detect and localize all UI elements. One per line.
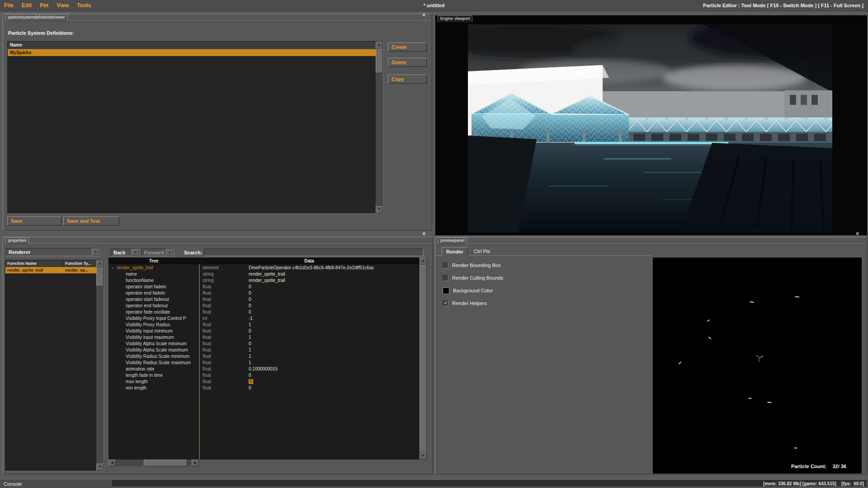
tree-row-value[interactable]: 0 xyxy=(247,284,420,289)
tree-row-value[interactable]: 1 xyxy=(247,322,420,327)
preview-panel-tab[interactable]: previewpanel xyxy=(438,237,467,244)
scrollbar-thumb[interactable] xyxy=(144,460,187,466)
name-column-header[interactable]: Name xyxy=(8,42,376,49)
tree-row[interactable]: operator end fadeinfloat0 xyxy=(108,290,420,296)
tree-row[interactable]: namestringrender_sprite_trail xyxy=(108,271,420,277)
tree-row-value[interactable]: 0 xyxy=(247,297,420,302)
color-swatch[interactable] xyxy=(443,287,449,294)
tree-row-value[interactable]: -1 xyxy=(247,316,420,321)
scroll-up-icon[interactable]: ▲ xyxy=(96,260,104,267)
tree-row-value[interactable]: 0 xyxy=(247,310,420,314)
tree-row-value[interactable]: DmeParticleOperator c4b1d1e3-86c9-4fb8-8… xyxy=(247,265,420,270)
menu-view[interactable]: View xyxy=(52,2,73,9)
tree-row[interactable]: Visibility Proxy Radiusfloat1 xyxy=(108,321,420,328)
tree-column-header[interactable]: Tree xyxy=(108,258,199,264)
function-table-scrollbar[interactable]: ▲ ▼ xyxy=(96,260,104,471)
tree-row-value[interactable]: 0 xyxy=(247,341,420,346)
tree-row[interactable]: min lengthfloat0 xyxy=(108,385,420,391)
tree-row[interactable]: Visibility Proxy Input Control Pint-1 xyxy=(108,315,420,321)
collapse-icon[interactable]: - xyxy=(112,265,117,270)
tree-row-value[interactable]: render_sprite_trail xyxy=(247,272,420,277)
tree-row-value[interactable]: 1 xyxy=(247,360,420,365)
function-row[interactable]: render_sprite_trailrender_sp... xyxy=(5,267,96,273)
scroll-right-icon[interactable]: ▶ xyxy=(192,460,199,466)
tree-row-value[interactable]: 0 xyxy=(247,291,420,296)
scroll-up-icon[interactable]: ▲ xyxy=(376,42,383,49)
tab-render[interactable]: Render xyxy=(442,247,468,257)
menu-pet[interactable]: Pet xyxy=(36,2,52,9)
tree-row-value[interactable]: 0 xyxy=(247,328,420,333)
scroll-down-icon[interactable]: ▼ xyxy=(376,206,383,213)
tree-row-value[interactable]: render_sprite_trail xyxy=(247,278,420,283)
checkbox[interactable] xyxy=(443,263,448,268)
render-option[interactable]: Render Culling Bounds xyxy=(443,274,503,282)
browser-close-button[interactable]: ✕ xyxy=(422,12,426,18)
renderer-dropdown[interactable]: Renderer ▼ xyxy=(6,248,100,256)
tree-row[interactable]: -render_sprite_trailelementDmeParticleOp… xyxy=(108,264,420,271)
scrollbar-thumb[interactable] xyxy=(96,267,104,286)
tree-row-value[interactable]: 1 xyxy=(247,347,420,352)
tree-row[interactable]: operator fade oscillatefloat0 xyxy=(108,309,420,315)
forward-dropdown-arrow-icon[interactable]: ▼ xyxy=(166,249,174,256)
scroll-down-icon[interactable]: ▼ xyxy=(96,464,104,471)
tree-row[interactable]: operator start fadeinfloat0 xyxy=(108,283,420,290)
tree-row-value[interactable]: 0 xyxy=(247,303,420,308)
tree-row[interactable]: length fade in timefloat0 xyxy=(108,372,420,378)
function-name-header[interactable]: Function Name xyxy=(5,260,63,267)
properties-close-button[interactable]: ✕ xyxy=(422,231,426,236)
tree-row[interactable]: operator start fadeoutfloat0 xyxy=(108,296,420,302)
tree-vertical-scrollbar[interactable]: ▲ ▼ xyxy=(420,258,427,460)
tree-row[interactable]: Visibility Radius Scale maximumfloat1 xyxy=(108,359,420,366)
definition-row[interactable]: MySparks xyxy=(8,49,376,56)
engine-viewport-scene[interactable] xyxy=(468,24,832,232)
scroll-left-icon[interactable]: ◀ xyxy=(108,460,116,466)
scrollbar-thumb[interactable] xyxy=(420,265,427,452)
render-option[interactable]: ✓Render Helpers xyxy=(443,300,503,307)
function-type-header[interactable]: Function Ty... xyxy=(63,260,96,267)
menu-tools[interactable]: Tools xyxy=(73,2,95,9)
tree-row-value[interactable]: 0.1000000015 xyxy=(247,366,420,371)
tree-row-value[interactable]: 0 xyxy=(247,373,420,378)
tree-horizontal-scrollbar[interactable]: ◀ ▶ xyxy=(108,460,199,466)
tree-row-value[interactable]: 1 xyxy=(247,335,420,340)
copy-button[interactable]: Copy xyxy=(388,75,427,84)
create-button[interactable]: Create xyxy=(388,42,427,52)
search-input[interactable] xyxy=(204,249,424,256)
scroll-up-icon[interactable]: ▲ xyxy=(420,258,427,265)
tree-row[interactable]: animation ratefloat0.1000000015 xyxy=(108,366,420,372)
engine-viewport-tab[interactable]: Engine Viewport xyxy=(438,15,472,22)
forward-dropdown[interactable]: Forward ▼ xyxy=(142,249,174,256)
tree-row-value[interactable]: 1 xyxy=(247,354,420,359)
back-dropdown-arrow-icon[interactable]: ▼ xyxy=(132,249,139,256)
data-column-header[interactable]: Data xyxy=(199,258,420,264)
tree-row[interactable]: Visibility input maximumfloat1 xyxy=(108,334,420,340)
console-input[interactable]: [mem: 336.82 Mb] [game: 643.515] [fps: 6… xyxy=(112,480,867,487)
preview-close-button[interactable]: ✕ xyxy=(855,231,859,236)
menu-file[interactable]: File xyxy=(0,2,18,9)
render-option[interactable]: Background Color xyxy=(443,287,503,294)
menu-edit[interactable]: Edit xyxy=(18,2,36,9)
dropdown-arrow-icon[interactable]: ▼ xyxy=(92,249,99,256)
checkbox-checked[interactable]: ✓ xyxy=(443,300,448,306)
render-option[interactable]: Render Bounding Box xyxy=(443,262,503,269)
tree-row[interactable]: operator end fadeoutfloat0 xyxy=(108,302,420,309)
tab-ctrl-pts[interactable]: Ctrl Pts xyxy=(470,247,494,256)
tree-row[interactable]: Visibility Alpha Scale minimumfloat0 xyxy=(108,340,420,347)
preview-viewport[interactable]: Particle Count: 32/ 36 xyxy=(653,258,862,474)
tree-row[interactable]: max lengthfloat0 xyxy=(108,378,420,385)
save-and-test-button[interactable]: Save and Test xyxy=(63,216,119,225)
checkbox[interactable] xyxy=(443,275,448,281)
tree-row[interactable]: Visibility Alpha Scale maximumfloat1 xyxy=(108,347,420,353)
tree-row-value[interactable]: 0 xyxy=(247,385,420,390)
scroll-down-icon[interactable]: ▼ xyxy=(420,452,427,460)
scrollbar-thumb[interactable] xyxy=(376,49,383,73)
tree-row[interactable]: Visibility Radius Scale minimumfloat1 xyxy=(108,353,420,359)
properties-panel-tab[interactable]: properties xyxy=(5,237,29,244)
tree-row[interactable]: functionNamestringrender_sprite_trail xyxy=(108,277,420,283)
tree-row[interactable]: Visibility input minimumfloat0 xyxy=(108,328,420,334)
back-dropdown[interactable]: Back ▼ xyxy=(111,249,140,256)
definition-list-scrollbar[interactable]: ▲ ▼ xyxy=(376,42,383,213)
browser-panel-tab[interactable]: particlesystemdefinitionbrowser xyxy=(5,14,68,21)
save-button[interactable]: Save xyxy=(7,216,61,225)
delete-button[interactable]: Delete xyxy=(388,58,427,67)
